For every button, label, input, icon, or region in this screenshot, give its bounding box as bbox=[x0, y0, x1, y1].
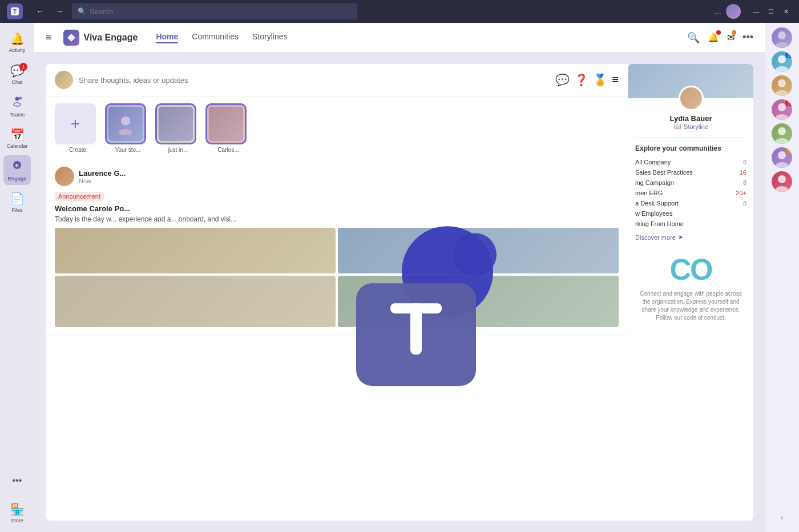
svg-point-17 bbox=[776, 66, 788, 72]
sidebar-label-calendar: Calendar bbox=[7, 143, 28, 149]
co-logo: CO bbox=[635, 252, 746, 287]
post-author-avatar bbox=[55, 167, 74, 186]
rp-avatar-5[interactable] bbox=[772, 123, 792, 144]
rp-badge-4: 1 bbox=[785, 99, 792, 106]
story-3-thumb bbox=[205, 103, 247, 144]
calendar-icon: 📅 bbox=[10, 128, 25, 142]
discover-more-link[interactable]: Discover more ➤ bbox=[635, 233, 746, 241]
back-button[interactable]: ← bbox=[32, 3, 48, 19]
community-name-4: men ERG bbox=[635, 190, 663, 196]
right-panel: 1 1 1 ‹ bbox=[765, 23, 799, 532]
rp-avatar-7[interactable] bbox=[772, 171, 792, 192]
sidebar-more-button[interactable]: ••• bbox=[3, 466, 31, 495]
close-button[interactable]: ✕ bbox=[780, 5, 792, 18]
stories-row: + Create Your sto... bbox=[46, 96, 628, 160]
engage-panel: 💬 ❓ 🏅 ≡ + bbox=[46, 64, 753, 521]
nav-home[interactable]: Home bbox=[156, 32, 178, 43]
rp-collapse-button[interactable]: ‹ bbox=[772, 507, 792, 527]
sidebar-item-calendar[interactable]: 📅 Calendar bbox=[3, 123, 31, 153]
community-item-2[interactable]: Sales Best Practices 16 bbox=[635, 167, 746, 178]
more-button[interactable]: ... bbox=[714, 6, 721, 17]
rp-avatar-1[interactable] bbox=[772, 27, 792, 48]
svg-text:E: E bbox=[15, 163, 19, 168]
svg-text:T: T bbox=[13, 9, 17, 15]
communities-section: Explore your communities All Company 6 S… bbox=[635, 144, 746, 322]
community-item-3[interactable]: ing Campaign 8 bbox=[635, 178, 746, 188]
more-icon: ••• bbox=[13, 475, 22, 486]
community-item-5[interactable]: a Desk Support 8 bbox=[635, 198, 746, 208]
sidebar-item-teams[interactable]: Teams bbox=[3, 91, 31, 121]
svg-point-23 bbox=[776, 138, 788, 144]
rp-avatar-6[interactable]: 1 bbox=[772, 147, 792, 168]
mail-button[interactable]: ✉ bbox=[727, 32, 735, 43]
post-chat-icon[interactable]: 💬 bbox=[555, 73, 570, 87]
co-description: Connect and engage with people across th… bbox=[635, 290, 746, 322]
sidebar-label-files: Files bbox=[11, 207, 22, 213]
profile-banner bbox=[628, 64, 753, 98]
svg-point-2 bbox=[15, 97, 19, 101]
header-right: 🔍 🔔 ✉ ••• bbox=[687, 31, 753, 44]
forward-button[interactable]: → bbox=[51, 3, 67, 19]
viva-logo-text: Viva Engage bbox=[84, 33, 138, 43]
post-input[interactable] bbox=[79, 76, 550, 84]
svg-point-21 bbox=[776, 114, 788, 120]
window-controls: — ☐ ✕ bbox=[750, 5, 792, 18]
hamburger-menu[interactable]: ≡ bbox=[46, 31, 52, 43]
search-input[interactable] bbox=[90, 7, 352, 16]
sidebar-item-chat[interactable]: 💬 Chat 1 bbox=[3, 59, 31, 89]
search-icon: 🔍 bbox=[78, 7, 86, 15]
header-more-button[interactable]: ••• bbox=[742, 31, 753, 43]
community-name-3: ing Campaign bbox=[635, 179, 674, 186]
post-badge-icon[interactable]: 🏅 bbox=[593, 73, 607, 87]
story-create-label: Create bbox=[55, 147, 100, 153]
story-3[interactable]: Carlos... bbox=[205, 103, 251, 153]
search-button[interactable]: 🔍 bbox=[687, 31, 700, 44]
nav-storylines[interactable]: Storylines bbox=[252, 32, 287, 43]
minimize-button[interactable]: — bbox=[750, 5, 762, 18]
rp-avatar-4[interactable]: 1 bbox=[772, 99, 792, 120]
post-question-icon[interactable]: ❓ bbox=[574, 73, 588, 87]
sidebar-label-teams: Teams bbox=[10, 112, 25, 118]
engage-content: 💬 ❓ 🏅 ≡ + bbox=[34, 53, 765, 532]
sidebar-store-button[interactable]: 🏪 Store bbox=[3, 498, 31, 527]
story-add-thumb: + bbox=[55, 103, 96, 144]
story-create[interactable]: + Create bbox=[55, 103, 100, 153]
story-1[interactable]: Your sto... bbox=[105, 103, 151, 153]
community-count-2: 16 bbox=[740, 169, 746, 176]
community-item-4[interactable]: men ERG 20+ bbox=[635, 188, 746, 198]
svg-point-20 bbox=[778, 103, 786, 111]
story-1-thumb bbox=[105, 103, 146, 144]
profile-card: Lydia Bauer 📖 Storyline bbox=[635, 64, 746, 138]
sidebar: 🔔 Activity 💬 Chat 1 Teams 📅 Calendar E E… bbox=[0, 23, 34, 532]
viva-header: ≡ Viva Engage Home Communities Storyline… bbox=[34, 23, 765, 53]
svg-point-3 bbox=[14, 103, 21, 106]
notification-button[interactable]: 🔔 bbox=[708, 32, 719, 43]
sidebar-item-files[interactable]: 📄 Files bbox=[3, 187, 31, 217]
profile-storyline-link[interactable]: 📖 Storyline bbox=[635, 123, 746, 130]
titlebar: T ← → 🔍 ... — ☐ ✕ bbox=[0, 0, 799, 23]
maximize-button[interactable]: ☐ bbox=[765, 5, 777, 18]
sidebar-item-engage[interactable]: E Engage bbox=[3, 155, 31, 185]
feed-images-2 bbox=[55, 276, 619, 327]
post-list-icon[interactable]: ≡ bbox=[612, 73, 619, 87]
nav-communities[interactable]: Communities bbox=[192, 32, 239, 43]
chat-badge: 1 bbox=[19, 63, 27, 71]
community-item-6[interactable]: w Employees bbox=[635, 208, 746, 219]
sidebar-item-activity[interactable]: 🔔 Activity bbox=[3, 27, 31, 57]
user-avatar[interactable] bbox=[726, 4, 741, 19]
story-2[interactable]: just in... bbox=[155, 103, 201, 153]
community-item-1[interactable]: All Company 6 bbox=[635, 157, 746, 167]
activity-icon: 🔔 bbox=[10, 32, 25, 46]
sidebar-label-activity: Activity bbox=[9, 47, 26, 53]
svg-point-4 bbox=[19, 97, 22, 100]
community-count-4: 20+ bbox=[736, 190, 746, 196]
rp-avatar-3[interactable] bbox=[772, 75, 792, 96]
mail-dot bbox=[732, 30, 736, 35]
story-1-label: Your sto... bbox=[105, 147, 151, 153]
sidebar-label-engage: Engage bbox=[8, 176, 27, 182]
community-count-5: 8 bbox=[743, 200, 746, 207]
community-item-7[interactable]: rking From Home bbox=[635, 219, 746, 229]
community-name-5: a Desk Support bbox=[635, 200, 679, 207]
search-bar[interactable]: 🔍 bbox=[72, 3, 357, 19]
rp-avatar-2[interactable]: 1 bbox=[772, 51, 792, 72]
